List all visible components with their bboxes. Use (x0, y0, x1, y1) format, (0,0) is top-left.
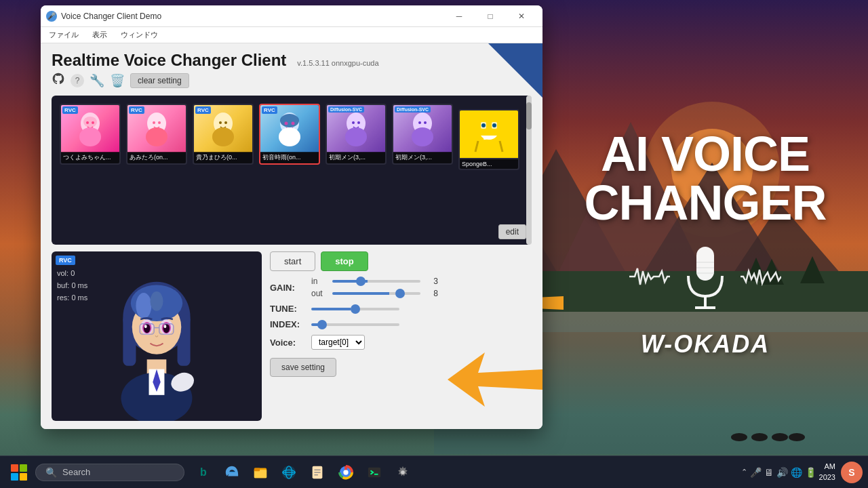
voice-label: Voice: (270, 338, 307, 348)
char-label-3: 貴乃まひろ(0... (194, 152, 252, 163)
tray-volume-icon[interactable]: 🔊 (776, 467, 788, 478)
svg-point-72 (150, 291, 163, 311)
scrollbar-thumb[interactable] (526, 102, 532, 129)
start-button[interactable]: start (270, 251, 315, 271)
character-card-6[interactable]: Diffusion-SVC 初期メン(3,... (392, 104, 453, 165)
svg-point-31 (86, 121, 89, 124)
menu-bar: ファイル 表示 ウィンドウ (41, 27, 542, 43)
index-label: INDEX: (270, 319, 307, 329)
character-card-4[interactable]: RVC 初音時雨(on... (259, 104, 320, 165)
gain-section: GAIN: in 3 out (270, 277, 532, 298)
title-line1: AI VOICE (584, 129, 826, 178)
taskbar-search-bar[interactable]: 🔍 Search (35, 464, 184, 481)
char-label-6: 初期メン(3,... (393, 152, 452, 163)
app-header: Realtime Voice Changer Client v.1.5.3.11… (52, 52, 532, 89)
voice-select[interactable]: target[0] (311, 335, 365, 350)
character-card-2[interactable]: RVC あみたろ(on... (126, 104, 187, 165)
svg-rect-22 (696, 247, 714, 281)
svg-rect-60 (484, 136, 486, 140)
gain-in-row: in 3 (311, 277, 438, 286)
bottom-section: RVC vol: 0 buf: 0 ms res: 0 ms (52, 251, 532, 421)
close-button[interactable]: ✕ (506, 5, 537, 27)
clear-setting-button[interactable]: clear setting (130, 73, 189, 88)
taskbar-notepad-icon[interactable] (304, 459, 331, 486)
taskbar-search-icon: 🔍 (45, 467, 57, 478)
menu-window[interactable]: ウィンドウ (118, 28, 161, 41)
character-card-7[interactable]: SpongeB... (458, 109, 519, 170)
help-icon[interactable]: ? (71, 74, 84, 87)
svg-point-45 (292, 122, 295, 125)
tray-network-icon[interactable]: 🌐 (791, 467, 802, 478)
taskbar-bing-icon[interactable]: b (190, 459, 217, 486)
user-avatar[interactable]: S (841, 462, 863, 483)
maximize-button[interactable]: □ (475, 5, 506, 27)
settings-icon[interactable]: 🔧 (90, 73, 104, 88)
character-card-1[interactable]: RVC つくよみちゃん... (60, 104, 121, 165)
github-icon[interactable] (52, 72, 65, 89)
controls-panel: start stop GAIN: in 3 (270, 251, 532, 421)
taskbar-terminal-icon[interactable] (361, 459, 388, 486)
minimize-button[interactable]: ─ (443, 5, 475, 27)
taskbar-network-icon[interactable] (275, 459, 302, 486)
taskbar-settings-icon[interactable] (389, 459, 416, 486)
taskbar-clock[interactable]: AM 2023 (819, 462, 835, 483)
tray-monitor-icon[interactable]: 🖥 (764, 467, 774, 478)
edit-button[interactable]: edit (498, 224, 526, 239)
clock-am-pm: AM (819, 462, 835, 472)
taskbar-search-label: Search (62, 467, 90, 477)
start-menu-button[interactable] (5, 459, 33, 486)
waveform-left-icon (629, 263, 670, 294)
svg-point-40 (224, 121, 227, 124)
gain-in-slider[interactable] (332, 280, 420, 283)
app-window: 🎤 Voice Changer Client Demo ─ □ ✕ ファイル 表… (41, 5, 542, 429)
trash-icon[interactable]: 🗑️ (110, 73, 125, 88)
char-avatar-7 (460, 110, 518, 158)
char-label-7: SpongeB... (460, 159, 518, 169)
windows-logo-icon (11, 464, 27, 481)
char-label-2: あみたろ(on... (127, 152, 186, 163)
clock-year: 2023 (819, 472, 835, 483)
taskbar-explorer-icon[interactable] (247, 459, 274, 486)
stop-button[interactable]: stop (321, 251, 368, 271)
character-card-3[interactable]: RVC 貴乃まひろ(0... (193, 104, 254, 165)
menu-file[interactable]: ファイル (46, 28, 81, 41)
tune-slider[interactable] (311, 308, 399, 310)
index-row: INDEX: (270, 319, 532, 329)
taskbar-edge-icon[interactable] (218, 459, 245, 486)
window-controls[interactable]: ─ □ ✕ (443, 5, 537, 27)
menu-view[interactable]: 表示 (90, 28, 110, 41)
save-setting-button[interactable]: save setting (270, 358, 336, 377)
scrollbar[interactable] (526, 96, 532, 245)
index-slider-container (311, 323, 399, 326)
svg-point-30 (83, 117, 97, 127)
app-icon: 🎤 (46, 11, 57, 22)
diffusion-badge-6: Diffusion-SVC (395, 106, 431, 113)
index-slider[interactable] (311, 323, 399, 326)
system-tray: ⌃ 🎤 🖥 🔊 🌐 🔋 AM 2023 S (741, 462, 863, 483)
taskbar-chrome-icon[interactable] (332, 459, 359, 486)
char-label-4: 初音時雨(on... (260, 152, 319, 163)
svg-point-43 (280, 114, 299, 127)
svg-point-41 (212, 127, 234, 146)
tune-slider-container (311, 308, 399, 310)
taskbar: 🔍 Search b (0, 455, 868, 488)
tray-chevron-icon[interactable]: ⌃ (741, 468, 747, 476)
character-card-5[interactable]: Diffusion-SVC 初期メン(3,... (326, 104, 387, 165)
taskbar-apps: b (190, 459, 741, 486)
tray-battery-icon[interactable]: 🔋 (805, 467, 816, 478)
svg-rect-61 (488, 136, 491, 140)
title-bar: 🎤 Voice Changer Client Demo ─ □ ✕ (41, 5, 542, 27)
svg-point-99 (343, 470, 348, 474)
svg-point-52 (418, 121, 421, 124)
char-label-5: 初期メン(3,... (327, 152, 385, 163)
svg-point-77 (144, 324, 151, 333)
gain-out-value: 8 (425, 289, 438, 298)
svg-point-46 (279, 127, 300, 146)
gain-out-slider[interactable] (332, 292, 420, 295)
tray-mic-icon[interactable]: 🎤 (750, 467, 762, 478)
app-toolbar: ? 🔧 🗑️ clear setting (52, 72, 532, 89)
tune-label: TUNE: (270, 304, 307, 314)
char-avatar-large (65, 265, 248, 421)
start-stop-row: start stop (270, 251, 532, 271)
waveform-right-icon (741, 263, 781, 294)
